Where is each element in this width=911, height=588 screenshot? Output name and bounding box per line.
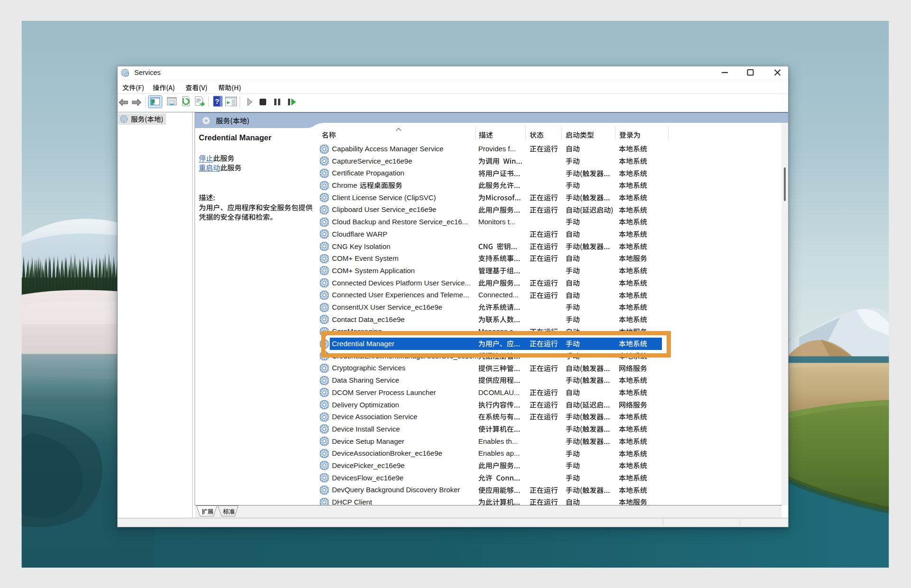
svg-text:?: ? — [215, 97, 219, 105]
